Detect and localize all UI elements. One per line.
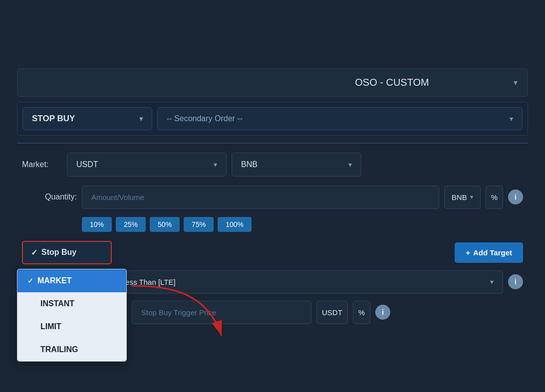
primary-order-dropdown[interactable]: STOP BUY ▾ bbox=[22, 107, 152, 130]
info-icon: i bbox=[515, 193, 517, 201]
menu-item-market[interactable]: ✓ MARKET bbox=[17, 269, 126, 292]
market-right-chevron-icon: ▾ bbox=[348, 161, 352, 169]
header-chevron-icon[interactable]: ▾ bbox=[514, 78, 518, 87]
main-container: OSO - CUSTOM ▾ STOP BUY ▾ -- Secondary O… bbox=[8, 59, 537, 333]
quantity-info-button[interactable]: i bbox=[508, 190, 523, 204]
secondary-order-label: -- Secondary Order -- bbox=[167, 114, 243, 123]
percent-button[interactable]: % bbox=[486, 186, 503, 209]
stop-info-icon: i bbox=[515, 278, 517, 286]
stop-buy-header: ✓ Stop Buy ✓ MARKET INSTANT LIMIT bbox=[22, 241, 523, 264]
stop-percent-label: % bbox=[358, 308, 365, 317]
market-left-chevron-icon: ▾ bbox=[214, 161, 217, 169]
market-label: Market: bbox=[22, 160, 62, 169]
stop-buy-check-icon: ✓ bbox=[31, 248, 37, 257]
quantity-placeholder: Amount/Volume bbox=[91, 193, 144, 201]
stop-buy-label: Stop Buy bbox=[41, 248, 76, 257]
market-left-dropdown[interactable]: USDT ▾ bbox=[67, 153, 227, 177]
secondary-order-dropdown[interactable]: -- Secondary Order -- ▾ bbox=[157, 107, 523, 130]
pct-75-button[interactable]: 75% bbox=[184, 217, 214, 232]
percent-label: % bbox=[491, 193, 498, 201]
stop-condition-info-button[interactable]: i bbox=[508, 274, 523, 289]
menu-item-limit[interactable]: LIMIT bbox=[17, 315, 126, 338]
pct-100-button[interactable]: 100% bbox=[218, 217, 252, 232]
add-target-plus-icon: + bbox=[466, 248, 470, 257]
menu-item-instant[interactable]: INSTANT bbox=[17, 292, 126, 315]
order-type-dropdown-menu: ✓ MARKET INSTANT LIMIT TRAILING bbox=[17, 269, 127, 362]
market-label: MARKET bbox=[37, 276, 71, 285]
stop-buy-toggle[interactable]: ✓ Stop Buy bbox=[22, 241, 112, 264]
quantity-row: Quantity: Amount/Volume BNB ▾ % i bbox=[17, 186, 528, 209]
stop-percent-button[interactable]: % bbox=[353, 301, 370, 324]
market-left-value: USDT bbox=[76, 160, 98, 169]
market-right-value: BNB bbox=[241, 160, 258, 169]
stop-unit-label: USDT bbox=[316, 301, 348, 324]
add-target-label: Add Target bbox=[473, 248, 512, 257]
pct-10-button[interactable]: 10% bbox=[82, 217, 112, 232]
market-right-dropdown[interactable]: BNB ▾ bbox=[232, 153, 361, 177]
stop-price-placeholder: Stop Buy Trigger Price bbox=[141, 308, 216, 317]
secondary-chevron-icon: ▾ bbox=[510, 115, 513, 123]
quantity-input[interactable]: Amount/Volume bbox=[82, 186, 439, 209]
add-target-button[interactable]: + Add Target bbox=[455, 242, 523, 263]
stop-price-info-button[interactable]: i bbox=[375, 305, 390, 320]
stop-price-info-icon: i bbox=[382, 308, 384, 316]
unit-chevron-icon: ▾ bbox=[470, 194, 473, 200]
stop-buy-section: ✓ Stop Buy ✓ MARKET INSTANT LIMIT bbox=[17, 241, 528, 324]
quantity-unit-dropdown[interactable]: BNB ▾ bbox=[444, 186, 481, 209]
pct-25-button[interactable]: 25% bbox=[116, 217, 146, 232]
pct-50-button[interactable]: 50% bbox=[150, 217, 180, 232]
stop-price-input[interactable]: Stop Buy Trigger Price bbox=[132, 301, 311, 324]
menu-item-trailing[interactable]: TRAILING bbox=[17, 338, 126, 361]
quantity-label: Quantity: bbox=[22, 193, 77, 201]
stop-condition-label: Less Than [LTE] bbox=[121, 278, 176, 286]
header-bar: OSO - CUSTOM ▾ bbox=[17, 68, 528, 97]
section-divider bbox=[17, 143, 528, 144]
market-row: Market: USDT ▾ BNB ▾ bbox=[17, 153, 528, 177]
market-check-icon: ✓ bbox=[27, 277, 33, 285]
page-title: OSO - CUSTOM bbox=[271, 77, 514, 88]
order-type-row: STOP BUY ▾ -- Secondary Order -- ▾ bbox=[17, 102, 528, 136]
stop-usdt-label: USDT bbox=[322, 308, 342, 317]
stop-condition-dropdown[interactable]: Less Than [LTE] ▾ bbox=[112, 270, 503, 294]
stop-condition-chevron-icon: ▾ bbox=[490, 278, 494, 286]
instant-label: INSTANT bbox=[40, 299, 74, 308]
unit-label: BNB bbox=[452, 193, 467, 201]
primary-order-label: STOP BUY bbox=[32, 114, 75, 124]
limit-label: LIMIT bbox=[40, 322, 61, 331]
trailing-label: TRAILING bbox=[40, 345, 78, 354]
primary-chevron-icon: ▾ bbox=[139, 115, 143, 123]
percentage-row: 10% 25% 50% 75% 100% bbox=[17, 217, 528, 232]
